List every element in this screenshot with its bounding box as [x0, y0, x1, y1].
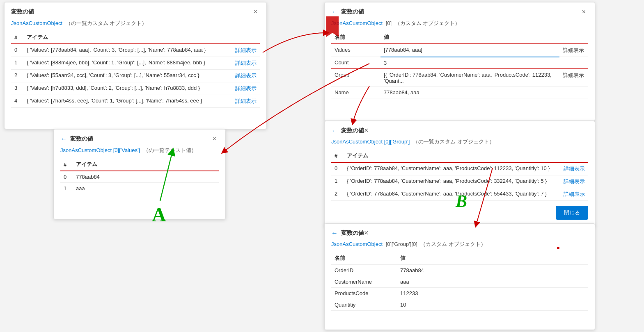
panel4-subtitle2: [0]['Group']	[384, 139, 410, 145]
panel2-title: 変数の値	[70, 135, 93, 143]
row-value: { 'OrderID': 778aab84, 'CustomerName': a…	[344, 175, 560, 188]
panel1-table: # アイテム 0 { 'Values': [778aab84, aaa], 'C…	[11, 31, 260, 108]
panel2-close-btn[interactable]: ×	[210, 134, 219, 143]
row-id: 1	[11, 57, 23, 70]
row-id: 0	[60, 171, 73, 183]
panel1-close-btn[interactable]: ×	[251, 7, 260, 16]
panel1-title: 変数の値	[11, 8, 34, 16]
prop-name: CustomerName	[331, 276, 397, 288]
detail-link[interactable]: 詳細表示	[564, 191, 585, 197]
prop-value: [{ 'OrderID': 778aab84, 'CustomerName': …	[380, 69, 559, 87]
panel4-col-item: アイテム	[344, 150, 560, 162]
row-value: { 'OrderID': 778aab84, 'CustomerName': a…	[344, 188, 560, 201]
prop-value: [778aab84, aaa]	[380, 44, 559, 57]
table-row: 4 { 'Values': [7har54ss, eee], 'Count': …	[11, 95, 260, 108]
row-value: { 'Values': [7har54ss, eee], 'Count': 1,…	[23, 95, 232, 108]
panel2-col-item: アイテム	[73, 158, 219, 171]
row-value: { 'Values': [h7u8833, ddd], 'Count': 2, …	[23, 82, 232, 95]
detail-link[interactable]: 詳細表示	[235, 85, 257, 91]
panel5-subtitle2: [0]['Group'][0]	[386, 241, 417, 247]
prop-row: Count 3	[331, 57, 588, 69]
prop-row: Quantitiy 10	[331, 299, 588, 311]
prop-value: 10	[397, 299, 588, 311]
prop-row: CustomerName aaa	[331, 276, 588, 288]
row-value: { 'Values': [778aab84, aaa], 'Count': 3,…	[23, 44, 232, 57]
panel1-subtitle: JsonAsCustomObject	[11, 20, 62, 26]
panel5-title: 変数の値	[341, 230, 364, 237]
prop-row: ProductsCode 112233	[331, 288, 588, 299]
detail-link[interactable]: 詳細表示	[235, 98, 257, 104]
panel2-col-hash: #	[60, 158, 73, 171]
panel3-back-btn[interactable]: ←	[331, 8, 338, 16]
panel4-back-btn[interactable]: ←	[331, 127, 338, 134]
panel-group-list: ← 変数の値 × JsonAsCustomObject [0]['Group']…	[324, 121, 595, 227]
panel2-subtitle2: [0]['Values']	[113, 147, 140, 153]
prop-row: Values [778aab84, aaa] 詳細表示	[331, 44, 588, 57]
detail-link[interactable]: 詳細表示	[235, 73, 257, 79]
panel2-subtitle: JsonAsCustomObject	[60, 147, 112, 153]
panel5-subtitle: JsonAsCustomObject	[331, 241, 383, 247]
panel4-subtitle: JsonAsCustomObject	[331, 139, 383, 145]
row-value: { 'Values': [55aarr34, ccc], 'Count': 3,…	[23, 70, 232, 82]
panel1-subtitle2: （の一覧カスタム オブジェクト）	[66, 20, 147, 26]
panel3-col-name: 名前	[331, 31, 380, 44]
panel-main-list: 変数の値 × JsonAsCustomObject （の一覧カスタム オブジェク…	[4, 2, 267, 129]
table-row: 2 { 'Values': [55aarr34, ccc], 'Count': …	[11, 70, 260, 82]
panel5-subtitle3: （カスタム オブジェクト）	[420, 241, 486, 247]
row-value: aaa	[73, 183, 219, 194]
detail-link[interactable]: 詳細表示	[563, 72, 584, 78]
panel1-col-item: アイテム	[23, 31, 232, 44]
row-value: { 'OrderID': 778aab84, 'CustomerName': a…	[344, 162, 560, 175]
panel3-subtitle: JsonAsCustomObject	[331, 20, 383, 26]
row-id: 4	[11, 95, 23, 108]
detail-link[interactable]: 詳細表示	[564, 166, 585, 172]
panel5-col-value: 値	[397, 252, 588, 265]
row-id: 1	[331, 175, 344, 188]
detail-link[interactable]: 詳細表示	[563, 47, 584, 53]
prop-value: 778aab84, aaa	[380, 86, 559, 98]
panel4-close-btn[interactable]: ×	[364, 126, 369, 135]
prop-value: 112233	[397, 288, 588, 299]
row-value: { 'Values': [888m4jee, bbb], 'Count': 1,…	[23, 57, 232, 70]
panel1-col-hash: #	[11, 31, 23, 44]
detail-link[interactable]: 詳細表示	[564, 178, 585, 184]
row-id: 2	[11, 70, 23, 82]
prop-name: ProductsCode	[331, 288, 397, 299]
table-row: 0 { 'Values': [778aab84, aaa], 'Count': …	[11, 44, 260, 57]
table-row: 1 aaa	[60, 183, 219, 194]
panel5-close-btn[interactable]: ×	[364, 229, 369, 237]
panel3-subtitle3: （カスタム オブジェクト）	[395, 20, 461, 26]
panel4-subtitle3: （の一覧カスタム オブジェクト）	[413, 139, 495, 145]
panel3-title: 変数の値	[341, 8, 364, 16]
table-row: 3 { 'Values': [h7u8833, ddd], 'Count': 2…	[11, 82, 260, 95]
prop-value: aaa	[397, 276, 588, 288]
panel4-col-hash: #	[331, 150, 344, 162]
panel3-col-value: 値	[380, 31, 559, 44]
panel-order-detail: ← 変数の値 × JsonAsCustomObject [0]['Group']…	[324, 223, 595, 330]
prop-row: Group [{ 'OrderID': 778aab84, 'CustomerN…	[331, 69, 588, 87]
panel5-back-btn[interactable]: ←	[331, 230, 338, 237]
prop-value: 3	[380, 57, 559, 69]
prop-name: OrderID	[331, 265, 397, 276]
row-id: 0	[11, 44, 23, 57]
prop-row: Name 778aab84, aaa	[331, 86, 588, 98]
panel2-back-btn[interactable]: ←	[60, 135, 67, 143]
detail-link[interactable]: 詳細表示	[235, 47, 257, 53]
table-row: 2 { 'OrderID': 778aab84, 'CustomerName':…	[331, 188, 588, 201]
panel4-close-button[interactable]: 閉じる	[556, 206, 588, 220]
prop-row: OrderID 778aab84	[331, 265, 588, 276]
prop-name: Name	[331, 86, 380, 98]
panel-object-details: ← 変数の値 × JsonAsCustomObject [0] （カスタム オブ…	[324, 2, 595, 121]
row-id: 3	[11, 82, 23, 95]
panel4-title: 変数の値	[341, 127, 364, 134]
table-row: 1 { 'OrderID': 778aab84, 'CustomerName':…	[331, 175, 588, 188]
prop-name: Group	[331, 69, 380, 87]
row-id: 0	[331, 162, 344, 175]
panel3-close-btn[interactable]: ×	[580, 7, 588, 16]
table-row: 0 778aab84	[60, 171, 219, 183]
prop-name: Values	[331, 44, 380, 57]
panel5-col-name: 名前	[331, 252, 397, 265]
detail-link[interactable]: 詳細表示	[235, 60, 257, 66]
panel2-subtitle3: （の一覧テキスト値）	[143, 147, 197, 153]
prop-name: Quantitiy	[331, 299, 397, 311]
